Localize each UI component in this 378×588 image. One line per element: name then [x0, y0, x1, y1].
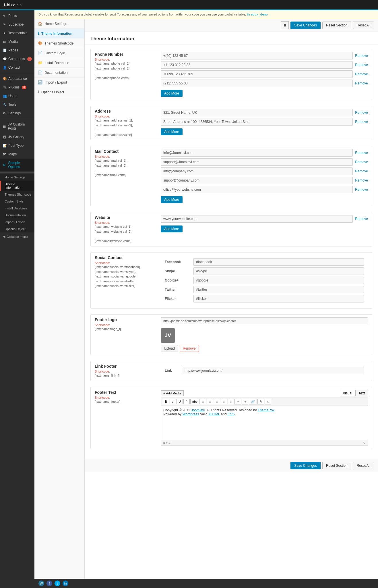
- phone-input-2[interactable]: [161, 61, 353, 69]
- sidebar-item-media[interactable]: ▦ Media: [0, 37, 34, 46]
- mail-input-1[interactable]: [161, 149, 353, 157]
- sidebar-item-sample-options[interactable]: ⚙ Sample Options: [0, 159, 34, 171]
- phone-remove-1[interactable]: Remove: [355, 54, 368, 58]
- remove-logo-button[interactable]: Remove: [180, 345, 199, 352]
- phone-remove-2[interactable]: Remove: [355, 63, 368, 67]
- strikethrough-button[interactable]: abc: [190, 399, 199, 404]
- website-input-1[interactable]: [161, 215, 353, 223]
- phone-remove-3[interactable]: Remove: [355, 72, 368, 76]
- options-nav-install-database[interactable]: 📁 Install Database: [34, 58, 84, 68]
- sidebar-item-appearance[interactable]: 🎨 Appearance: [0, 74, 34, 83]
- save-changes-button-top[interactable]: Save Changes: [290, 22, 321, 29]
- sidebar-item-pages[interactable]: 📄 Pages: [0, 46, 34, 55]
- address-input-2[interactable]: [161, 118, 353, 126]
- address-remove-1[interactable]: Remove: [355, 111, 368, 115]
- skype-input[interactable]: [193, 267, 364, 275]
- options-nav-theme-information[interactable]: ℹ Theme Information: [34, 29, 84, 38]
- address-remove-2[interactable]: Remove: [355, 120, 368, 124]
- list-button[interactable]: ≡: [228, 399, 234, 404]
- website-remove-1[interactable]: Remove: [355, 217, 368, 221]
- sidebar-submenu-options-object[interactable]: Options Object: [0, 225, 34, 232]
- xhtml-link[interactable]: XHTML: [208, 412, 220, 416]
- collapse-menu-button[interactable]: ◀ Collapse menu: [0, 232, 34, 241]
- joomlavi-link[interactable]: Joomlavi: [191, 408, 205, 412]
- edit-button[interactable]: ✎: [257, 399, 264, 404]
- editor-area[interactable]: Copyright © 2012 Joomlavi. All Rights Re…: [161, 406, 368, 440]
- sidebar-submenu-documentation[interactable]: Documentation: [0, 212, 34, 219]
- sidebar-item-contact[interactable]: 👤 Contact: [0, 63, 34, 72]
- sidebar-item-settings[interactable]: ⚙ Settings: [0, 109, 34, 117]
- footer-wordpress-icon[interactable]: W: [38, 581, 44, 586]
- visual-tab[interactable]: Visual: [340, 390, 355, 396]
- unlink-button[interactable]: ✕: [265, 399, 271, 404]
- sidebar-item-comments[interactable]: 💬 Comments 5: [0, 55, 34, 63]
- sidebar-item-subscribe[interactable]: ✉ Subscribe: [0, 20, 34, 29]
- options-nav-home-settings[interactable]: 🏠 Home Settings: [34, 19, 84, 29]
- phone-input-1[interactable]: [161, 52, 353, 59]
- bold-button[interactable]: B: [163, 399, 169, 404]
- google-plus-input[interactable]: [193, 277, 364, 284]
- sidebar-submenu-custom-style[interactable]: Custom Style: [0, 198, 34, 205]
- phone-input-4[interactable]: [161, 80, 353, 87]
- css-link[interactable]: CSS: [228, 412, 235, 416]
- sidebar-submenu-theme-information[interactable]: Theme Information: [0, 181, 34, 191]
- redo-button[interactable]: ↪: [242, 399, 248, 404]
- align-left-button[interactable]: ≡: [200, 399, 206, 404]
- sidebar-item-maps[interactable]: 🗺 Maps: [0, 150, 34, 159]
- footer-logo-url-input[interactable]: [161, 317, 368, 324]
- sidebar-submenu-themes-shortcode[interactable]: Themes Shortcode: [0, 191, 34, 198]
- sidebar-item-jv-custom-posts[interactable]: ▦ JV Custom Posts: [0, 120, 34, 133]
- sidebar-item-posts[interactable]: ✎ Posts: [0, 11, 34, 20]
- sidebar-item-users[interactable]: 👥 Users: [0, 92, 34, 100]
- undo-button[interactable]: ↩: [234, 399, 241, 404]
- align-justify-button[interactable]: ≡: [221, 399, 227, 404]
- reset-all-button-bottom[interactable]: Reset All: [353, 462, 374, 469]
- upload-logo-button[interactable]: Upload: [161, 345, 178, 352]
- themerox-link[interactable]: ThemeRox: [258, 408, 275, 412]
- options-nav-documentation[interactable]: 📄 Documentation: [34, 68, 84, 78]
- mail-input-2[interactable]: [161, 158, 353, 166]
- sidebar-item-testimonials[interactable]: ★ Testimonials: [0, 29, 34, 37]
- sidebar-item-plugins[interactable]: 🔌 Plugins 6: [0, 83, 34, 92]
- options-nav-themes-shortcode[interactable]: 🎨 Themes Shortcode: [34, 38, 84, 48]
- mail-remove-5[interactable]: Remove: [355, 188, 368, 192]
- facebook-input[interactable]: [193, 258, 364, 266]
- sidebar-item-jv-post-type[interactable]: 📝 Post Type: [0, 141, 34, 150]
- phone-input-3[interactable]: [161, 70, 353, 78]
- website-add-more-button[interactable]: Add More: [161, 225, 183, 232]
- underline-button[interactable]: U: [177, 399, 183, 404]
- italic-button[interactable]: I: [170, 399, 176, 404]
- sidebar-submenu-home-settings[interactable]: Home Settings: [0, 174, 34, 181]
- address-input-1[interactable]: [161, 109, 353, 116]
- text-tab[interactable]: Text: [355, 390, 368, 396]
- sidebar-submenu-import-export[interactable]: Import / Export: [0, 219, 34, 225]
- address-add-more-button[interactable]: Add More: [161, 128, 183, 135]
- mail-remove-3[interactable]: Remove: [355, 169, 368, 173]
- mail-input-5[interactable]: [161, 186, 353, 193]
- link-footer-input[interactable]: [182, 367, 364, 374]
- mail-input-3[interactable]: [161, 167, 353, 175]
- options-nav-custom-style[interactable]: 📄 Custom Style: [34, 48, 84, 58]
- footer-twitter-icon[interactable]: t: [55, 581, 60, 586]
- phone-remove-4[interactable]: Remove: [355, 81, 368, 85]
- mail-remove-2[interactable]: Remove: [355, 160, 368, 164]
- sidebar-item-tools[interactable]: 🔧 Tools: [0, 100, 34, 109]
- reset-all-button-top[interactable]: Reset All: [353, 22, 374, 29]
- align-right-button[interactable]: ≡: [214, 399, 220, 404]
- blockquote-button[interactable]: ": [183, 399, 190, 404]
- footer-facebook-icon[interactable]: f: [46, 581, 52, 586]
- options-nav-options-object[interactable]: ℹ Options Object: [34, 87, 84, 97]
- reset-section-button-top[interactable]: Reset Section: [322, 22, 351, 29]
- mail-remove-1[interactable]: Remove: [355, 151, 368, 155]
- mail-remove-4[interactable]: Remove: [355, 178, 368, 182]
- phone-add-more-button[interactable]: Add More: [161, 90, 183, 97]
- reset-section-button-bottom[interactable]: Reset Section: [322, 462, 351, 469]
- link-button[interactable]: 🔗: [249, 399, 257, 404]
- add-media-button[interactable]: + Add Media: [161, 390, 184, 396]
- mail-add-more-button[interactable]: Add More: [161, 196, 183, 203]
- flicker-input[interactable]: [193, 295, 364, 302]
- sidebar-submenu-install-database[interactable]: Install Database: [0, 205, 34, 212]
- twitter-input[interactable]: [193, 286, 364, 293]
- save-changes-button-bottom[interactable]: Save Changes: [290, 462, 321, 469]
- sidebar-item-jv-gallery[interactable]: 🖼 JV Gallery: [0, 133, 34, 141]
